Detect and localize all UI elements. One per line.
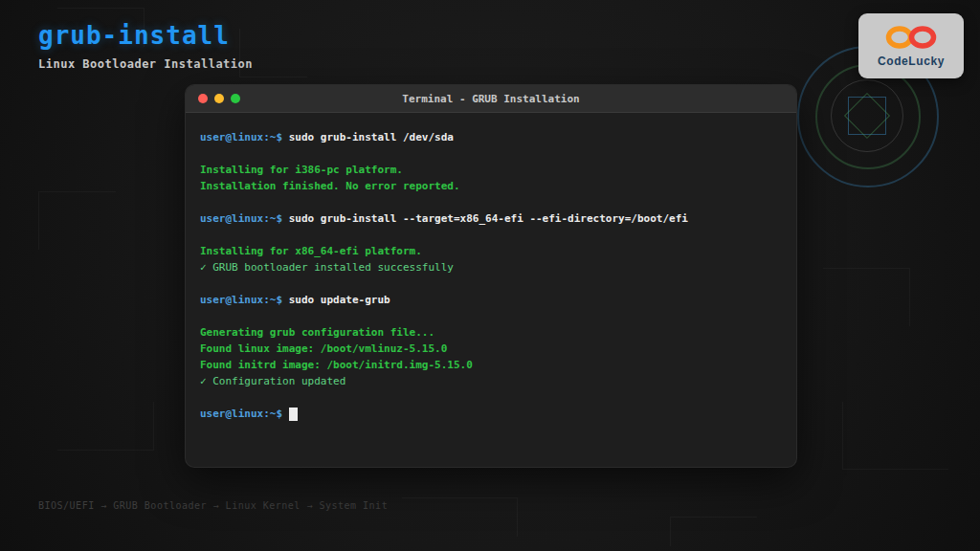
infinity-icon [885, 25, 937, 54]
terminal-line: Installing for x86_64-efi platform. [200, 243, 782, 259]
minimize-button[interactable] [214, 94, 224, 103]
page-subtitle: Linux Bootloader Installation [38, 57, 253, 71]
terminal-success-text: Generating grub configuration file... [200, 326, 434, 339]
terminal-check-text: ✓ Configuration updated [200, 375, 345, 387]
terminal-command-text: sudo grub-install /dev/sda [289, 131, 454, 143]
terminal-line [200, 227, 782, 243]
terminal-success-text: Installing for i386-pc platform. [200, 164, 403, 176]
terminal-success-text: Found linux image: /boot/vmlinuz-5.15.0 [200, 342, 447, 355]
traffic-lights [186, 94, 240, 103]
terminal-prompt-text: user@linux:~$ [200, 212, 289, 225]
terminal-cursor [289, 408, 298, 421]
terminal-line: user@linux:~$ sudo grub-install /dev/sda [200, 129, 782, 145]
terminal-line: user@linux:~$ [200, 406, 782, 422]
terminal-line: Found linux image: /boot/vmlinuz-5.15.0 [200, 341, 782, 357]
terminal-success-text: Installation finished. No error reported… [200, 180, 460, 192]
terminal-command-text: sudo grub-install --target=x86_64-efi --… [289, 212, 688, 225]
terminal-line: user@linux:~$ sudo grub-install --target… [200, 210, 782, 227]
terminal-command-text: sudo update-grub [289, 294, 390, 306]
terminal-window: Terminal - GRUB Installation user@linux:… [185, 84, 797, 468]
circuit-trace [38, 191, 116, 250]
terminal-line: ✓ GRUB bootloader installed successfully [200, 259, 782, 276]
terminal-check-text: ✓ GRUB bootloader installed successfully [200, 261, 454, 274]
terminal-line [200, 389, 782, 406]
terminal-line [200, 276, 782, 292]
circuit-trace [402, 497, 518, 537]
decor-diamond [844, 93, 890, 139]
terminal-line: user@linux:~$ sudo update-grub [200, 292, 782, 308]
decor-square [848, 97, 886, 135]
terminal-line [200, 308, 782, 324]
terminal-line: Installation finished. No error reported… [200, 178, 782, 194]
terminal-prompt-text: user@linux:~$ [200, 131, 289, 143]
terminal-output[interactable]: user@linux:~$ sudo grub-install /dev/sda… [186, 113, 796, 438]
terminal-line [200, 194, 782, 210]
terminal-titlebar[interactable]: Terminal - GRUB Installation [186, 85, 796, 113]
decor-circle-inner [831, 79, 903, 152]
terminal-prompt-text: user@linux:~$ [200, 408, 289, 420]
circuit-trace [670, 517, 757, 546]
terminal-success-text: Installing for x86_64-efi platform. [200, 245, 422, 257]
terminal-prompt-text: user@linux:~$ [200, 294, 289, 306]
brand-card: CodeLucky [858, 13, 964, 78]
terminal-success-text: Found initrd image: /boot/initrd.img-5.1… [200, 359, 473, 371]
close-button[interactable] [198, 94, 208, 103]
maximize-button[interactable] [231, 94, 240, 103]
circuit-trace [842, 402, 948, 470]
page-title: grub-install [38, 21, 230, 50]
brand-name: CodeLucky [878, 55, 945, 68]
terminal-line: Found initrd image: /boot/initrd.img-5.1… [200, 357, 782, 373]
terminal-line: ✓ Configuration updated [200, 373, 782, 389]
terminal-title: Terminal - GRUB Installation [186, 93, 796, 105]
terminal-line [200, 145, 782, 162]
breadcrumb: BIOS/UEFI → GRUB Bootloader → Linux Kern… [38, 500, 388, 511]
circuit-trace [57, 402, 154, 451]
terminal-line: Installing for i386-pc platform. [200, 162, 782, 178]
terminal-line: Generating grub configuration file... [200, 324, 782, 341]
decor-circle-middle [815, 64, 921, 169]
circuit-trace [823, 268, 910, 326]
